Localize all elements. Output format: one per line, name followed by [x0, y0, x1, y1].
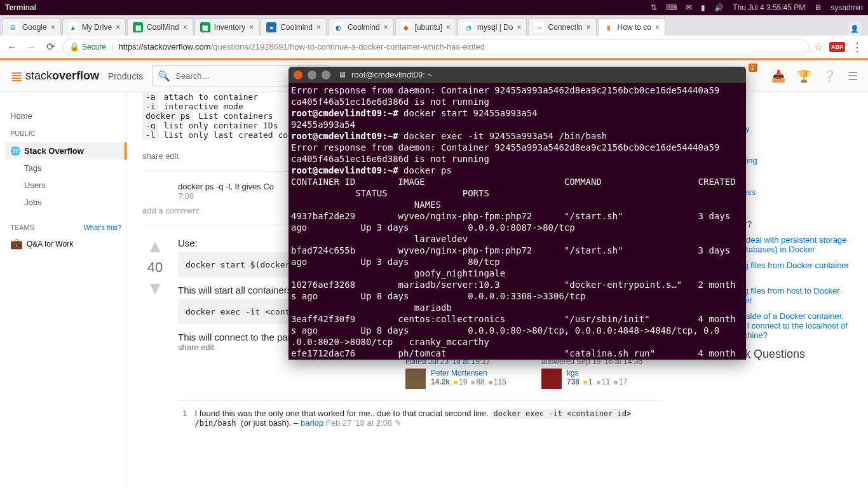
- globe-icon: 🌐: [10, 146, 20, 156]
- nav-home[interactable]: Home: [5, 107, 126, 125]
- so-logo-icon: ≣: [10, 67, 23, 85]
- forward-button[interactable]: →: [24, 41, 38, 53]
- url-path: /questions/21928691/how-to-continue-a-do…: [211, 42, 485, 51]
- browser-tab[interactable]: ▲My Drive×: [62, 18, 126, 36]
- favicon: ◔: [463, 22, 473, 32]
- battery-icon[interactable]: ▮: [701, 3, 705, 12]
- tab-label: Coolmind: [280, 23, 313, 32]
- browser-tab[interactable]: ◔mysql | Do×: [458, 18, 527, 36]
- vote-controls: ▲ 40 ▼: [142, 238, 168, 428]
- browser-tab[interactable]: ●Coolmind×: [261, 18, 327, 36]
- downvote-button[interactable]: ▼: [142, 280, 168, 297]
- browser-tab[interactable]: ▦Inventory×: [194, 18, 259, 36]
- browser-tab[interactable]: GGoogle×: [3, 18, 61, 36]
- tab-label: Google: [22, 23, 47, 32]
- comment-1: 1 I found this was the only one that wor…: [178, 400, 662, 428]
- browser-tab[interactable]: ▦CoolMind×: [127, 18, 193, 36]
- author-avatar[interactable]: [541, 369, 562, 389]
- tab-label: Coolmind: [348, 23, 380, 32]
- session-user[interactable]: sysadmin: [831, 3, 863, 12]
- favicon: G: [8, 22, 18, 32]
- terminal-minimize-button[interactable]: [308, 71, 316, 79]
- chrome-menu-icon[interactable]: ⋮: [851, 40, 863, 54]
- tab-label: [ubuntu]: [415, 23, 442, 32]
- inbox-badge[interactable]: 2: [749, 64, 757, 72]
- favicon: ▦: [133, 22, 143, 32]
- tab-close-icon[interactable]: ×: [316, 23, 321, 32]
- qa-for-work[interactable]: 💼 Q&A for Work: [5, 235, 126, 252]
- network-icon[interactable]: ⇅: [651, 3, 657, 12]
- chrome-profile-avatar[interactable]: 👤: [848, 22, 862, 36]
- reload-button[interactable]: ⟳: [43, 41, 57, 53]
- terminal-maximize-button[interactable]: [322, 71, 330, 79]
- address-bar[interactable]: 🔒 Secure | https://stackoverflow.com/que…: [62, 39, 809, 55]
- tab-close-icon[interactable]: ×: [517, 23, 521, 32]
- vote-score: 40: [142, 255, 168, 280]
- so-left-sidebar: Home PUBLIC 🌐Stack Overflow Tags Users J…: [0, 92, 127, 488]
- tab-label: Connectin: [548, 23, 582, 32]
- so-logo[interactable]: ≣ stackoverflow: [10, 67, 99, 85]
- nav-tags[interactable]: Tags: [5, 159, 126, 177]
- tab-close-icon[interactable]: ×: [116, 23, 120, 32]
- browser-tab[interactable]: ○Connectin×: [528, 18, 596, 36]
- upvote-button[interactable]: ▲: [142, 238, 168, 255]
- tab-label: CoolMind: [147, 23, 179, 32]
- help-icon[interactable]: ❔: [822, 69, 836, 83]
- achievements-icon[interactable]: 🏆: [797, 69, 811, 83]
- chrome-tab-strip: GGoogle×▲My Drive×▦CoolMind×▦Inventory×●…: [0, 15, 868, 36]
- tab-label: My Drive: [82, 23, 112, 32]
- active-app-name: Terminal: [0, 3, 36, 12]
- clock[interactable]: Thu Jul 4 3:55:45 PM: [733, 3, 805, 12]
- lock-icon: 🔒: [69, 42, 79, 51]
- terminal-output[interactable]: Error response from daemon: Container 92…: [288, 83, 746, 360]
- favicon: ▮: [604, 22, 614, 32]
- nav-users[interactable]: Users: [5, 177, 126, 194]
- browser-tab[interactable]: ▮How to co×: [598, 18, 665, 36]
- editor-name[interactable]: Peter Mortensen: [431, 369, 506, 377]
- tab-close-icon[interactable]: ×: [384, 23, 388, 32]
- nav-jobs[interactable]: Jobs: [5, 194, 126, 211]
- editor-card: edited Jul 23 '18 at 19:17 Peter Mortens…: [405, 357, 526, 389]
- bookmark-star-icon[interactable]: ☆: [814, 41, 823, 53]
- url-host: stackoverflow.com: [143, 42, 210, 51]
- volume-icon[interactable]: 🔊: [714, 3, 724, 12]
- browser-tab[interactable]: ◐Coolmind×: [328, 18, 394, 36]
- products-link[interactable]: Products: [108, 71, 143, 81]
- monitor-icon[interactable]: 🖥: [814, 3, 822, 12]
- tab-close-icon[interactable]: ×: [587, 23, 591, 32]
- share-edit-2[interactable]: share edit: [178, 342, 214, 352]
- favicon: ●: [266, 22, 276, 32]
- mail-icon[interactable]: ✉: [686, 3, 692, 12]
- favicon: ◆: [401, 22, 411, 32]
- comment-author[interactable]: barlop: [301, 418, 323, 428]
- favicon: ◐: [334, 22, 344, 32]
- nav-teams-header: TEAMS: [10, 224, 34, 231]
- tab-close-icon[interactable]: ×: [655, 23, 660, 32]
- tab-label: How to co: [618, 23, 651, 32]
- back-button[interactable]: ←: [5, 41, 19, 53]
- tab-close-icon[interactable]: ×: [249, 23, 254, 32]
- nav-public-header: PUBLIC: [5, 125, 126, 142]
- favicon: ▦: [200, 22, 210, 32]
- terminal-close-button[interactable]: [294, 71, 302, 79]
- nav-stack-overflow[interactable]: 🌐Stack Overflow: [5, 142, 126, 159]
- terminal-window[interactable]: 🖥 root@cmdevlindt09: ~ Error response fr…: [288, 67, 746, 360]
- chrome-toolbar: ← → ⟳ 🔒 Secure | https://stackoverflow.c…: [0, 36, 868, 58]
- tab-close-icon[interactable]: ×: [183, 23, 187, 32]
- stack-exchange-icon[interactable]: ☰: [848, 69, 858, 83]
- tab-close-icon[interactable]: ×: [446, 23, 451, 32]
- inbox-icon[interactable]: 📥: [771, 69, 785, 83]
- keyboard-icon[interactable]: ⌨: [666, 3, 677, 12]
- url-scheme: https://: [118, 42, 143, 51]
- author-card: answered Sep 19 '16 at 14:36 kgs 7381111…: [541, 357, 662, 389]
- tab-close-icon[interactable]: ×: [51, 23, 55, 32]
- editor-avatar[interactable]: [405, 369, 426, 389]
- author-name[interactable]: kgs: [567, 369, 627, 377]
- share-edit-1[interactable]: share edit: [142, 151, 179, 161]
- browser-tab[interactable]: ◆[ubuntu]×: [395, 18, 456, 36]
- terminal-titlebar[interactable]: 🖥 root@cmdevlindt09: ~: [288, 67, 746, 83]
- adblock-icon[interactable]: ABP: [829, 42, 845, 52]
- terminal-icon: 🖥: [338, 69, 346, 81]
- whats-this-link[interactable]: What's this?: [83, 224, 121, 231]
- tab-label: mysql | Do: [477, 23, 513, 32]
